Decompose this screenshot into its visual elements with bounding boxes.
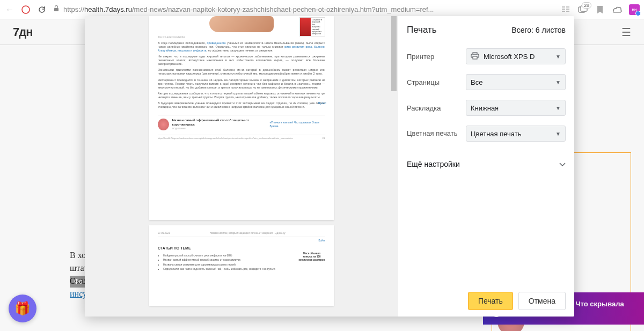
preview-page: 07.06.2021 Назван напиток, который защищ…	[149, 225, 334, 306]
preview-section-title: СТАТЬИ ПО ТЕМЕ	[158, 246, 325, 251]
address-bar[interactable]: https://health.7days.ru/med-news/nazvan-…	[53, 5, 555, 14]
preview-hero-image	[209, 16, 274, 32]
more-settings-toggle[interactable]: Ещё настройки	[407, 155, 566, 174]
svg-rect-1	[54, 8, 58, 11]
print-preview-pane[interactable]: Сладкий и вкусный. Как выбрать спелый ар…	[85, 16, 398, 317]
printer-select[interactable]: Microsoft XPS D ▼	[466, 48, 566, 64]
related-thumb-icon	[158, 119, 169, 130]
extension-icon[interactable]: нн	[629, 4, 640, 15]
print-dialog-title: Печать	[407, 25, 437, 35]
more-settings-label: Ещё настройки	[407, 160, 460, 168]
lock-icon	[53, 5, 60, 14]
preview-para: В будущем американские ученые планируют …	[158, 101, 325, 109]
reader-mode-icon[interactable]	[560, 4, 571, 15]
preview-page: Сладкий и вкусный. Как выбрать спелый ар…	[149, 16, 334, 220]
color-value: Цветная печать	[471, 130, 521, 138]
print-settings-pane: Печать Всего: 6 листов Принтер Microsoft…	[398, 16, 574, 317]
preview-page-header: 07.06.2021 Назван напиток, который защищ…	[158, 232, 325, 237]
preview-para: Основными причинами возникновения этой б…	[158, 68, 325, 76]
svg-rect-6	[473, 56, 477, 59]
svg-point-0	[22, 6, 30, 13]
bookmark-icon[interactable]	[595, 4, 605, 15]
printer-value: Microsoft XPS D	[484, 53, 535, 61]
pages-label: Страницы	[407, 78, 466, 86]
downloads-icon[interactable]	[612, 4, 623, 15]
print-dialog-overlay: Сладкий и вкусный. Как выбрать спелый ар…	[0, 19, 644, 331]
sheet-count-label: Всего: 6 листов	[511, 26, 566, 34]
print-dialog: Сладкий и вкусный. Как выбрать спелый ар…	[85, 16, 574, 317]
preview-para: Эксперимент проводился в течение 16 неде…	[158, 78, 325, 90]
scrollbar-thumb[interactable]	[391, 16, 397, 91]
layout-select[interactable]: Книжная ▼	[466, 100, 566, 116]
printer-icon	[471, 52, 479, 61]
layout-value: Книжная	[471, 104, 499, 112]
tabs-icon[interactable]: 28	[577, 4, 588, 15]
preview-para: В ходе последнего исследования, проведен…	[158, 41, 325, 53]
chevron-down-icon: ▼	[555, 131, 561, 137]
chevron-down-icon: ▼	[555, 54, 561, 60]
cancel-button[interactable]: Отмена	[518, 292, 566, 310]
preview-para: Не секрет, что в последние годы жировой …	[158, 55, 325, 66]
preview-para: Авторы исследования сообщили, что в итог…	[158, 92, 325, 99]
preview-related: Назван самый эффективный способ защиты о…	[158, 115, 325, 130]
url-text: https://health.7days.ru/med-news/nazvan-…	[63, 5, 434, 13]
preview-footer: https://health.7days.ru/med-news/nazvan-…	[158, 135, 325, 139]
print-button[interactable]: Печать	[468, 292, 513, 310]
printer-label: Принтер	[407, 53, 466, 61]
chevron-down-icon	[559, 160, 566, 168]
layout-label: Раскладка	[407, 104, 466, 112]
chevron-down-icon: ▼	[555, 105, 561, 111]
pages-value: Все	[471, 78, 482, 86]
preview-scrollbar[interactable]	[391, 16, 397, 317]
back-button[interactable]: ←	[4, 4, 15, 15]
yandex-button[interactable]	[20, 4, 31, 15]
reload-button[interactable]	[36, 4, 47, 15]
color-select[interactable]: Цветная печать ▼	[466, 126, 566, 142]
chevron-down-icon: ▼	[555, 79, 561, 85]
color-label: Цветная печать	[407, 129, 466, 138]
pages-select[interactable]: Все ▼	[466, 74, 566, 90]
tabs-count-badge: 28	[582, 2, 591, 9]
preview-side-thumb: Сладкий и вкусный. Как выбрать спелый ар…	[299, 17, 325, 36]
preview-side-news: Маск объявил конкурс на 100 миллионов до…	[298, 252, 325, 262]
